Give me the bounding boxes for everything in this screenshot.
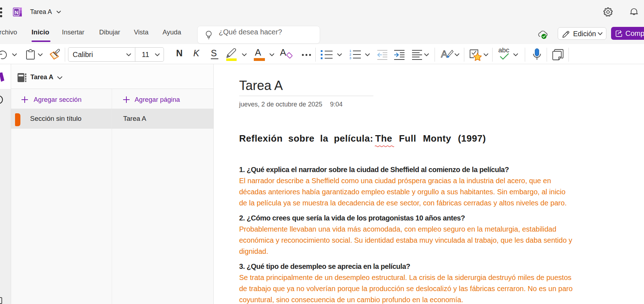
svg-text:A: A [441, 49, 447, 60]
svg-text:3: 3 [349, 56, 351, 60]
svg-text:N: N [15, 10, 18, 15]
